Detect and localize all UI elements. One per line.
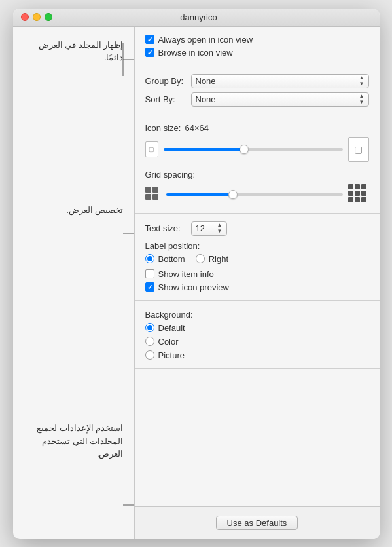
picture-label: Picture (158, 350, 185, 360)
background-label: Background: (145, 310, 193, 320)
bottom-bar: Use as Defaults (135, 506, 380, 539)
always-open-checkbox[interactable] (145, 35, 154, 44)
browse-label: Browse in icon view (158, 48, 233, 58)
background-radio-stack: Default Color Picture (145, 323, 369, 360)
text-size-select[interactable]: 12 ▲ ▼ (191, 221, 227, 236)
right-radio-row: Right (196, 254, 228, 264)
sort-by-arrows: ▲ ▼ (359, 94, 365, 105)
annotation-lines (13, 27, 134, 539)
icon-size-slider-row: ▢ ▢ (145, 137, 369, 162)
color-label: Color (158, 337, 179, 347)
text-size-value: 12 (196, 223, 205, 233)
text-size-arrows: ▲ ▼ (217, 223, 223, 235)
picture-radio-row: Picture (145, 350, 369, 360)
annotations-panel: إظهار المجلد في العرض دائمًا. تخصيص العر… (13, 27, 134, 539)
window-content: إظهار المجلد في العرض دائمًا. تخصيص العر… (13, 27, 380, 539)
color-radio-row: Color (145, 337, 369, 347)
grid-spacing-track[interactable] (166, 193, 343, 196)
icon-small-preview: ▢ (145, 141, 158, 157)
label-position-label: Label position: (145, 241, 200, 251)
icon-large-preview: ▢ (348, 137, 369, 162)
icon-size-fill (164, 148, 244, 151)
show-item-info-row: Show item info (145, 269, 369, 279)
label-position-container: Label position: Bottom Right (145, 240, 369, 264)
sort-by-value: None (196, 94, 216, 104)
default-label: Default (158, 323, 185, 333)
right-radio[interactable] (196, 254, 205, 263)
show-icon-preview-checkbox[interactable] (145, 282, 154, 292)
grid-spacing-fill (166, 193, 234, 196)
grid-spacing-label: Grid spacing: (145, 170, 196, 179)
icon-size-label: Icon size: (145, 123, 181, 133)
title-bar: dannyrico (13, 9, 380, 27)
sort-by-select[interactable]: None ▲ ▼ (191, 92, 369, 107)
icon-size-value: 64×64 (185, 123, 209, 133)
grid-small-icon (145, 187, 161, 202)
window-title: dannyrico (52, 12, 346, 22)
always-open-row: Always open in icon view (145, 35, 369, 45)
view-options-section: Always open in icon view Browse in icon … (135, 27, 380, 66)
icon-size-label-row: Icon size: 64×64 (145, 123, 369, 133)
traffic-lights (21, 13, 52, 21)
group-by-arrows: ▲ ▼ (359, 75, 365, 87)
show-item-info-checkbox[interactable] (145, 269, 154, 278)
bottom-radio-row: Bottom (145, 254, 185, 264)
group-by-value: None (196, 76, 216, 86)
color-radio[interactable] (145, 337, 154, 346)
annotation-use-settings: استخدم الإعدادات لجميع المجلدات التي تست… (22, 422, 124, 461)
always-open-label: Always open in icon view (158, 35, 253, 45)
sort-by-row: Sort By: None ▲ ▼ (145, 92, 369, 107)
group-by-row: Group By: None ▲ ▼ (145, 74, 369, 88)
icon-size-thumb[interactable] (240, 145, 249, 154)
sort-by-label: Sort By: (145, 94, 191, 104)
annotation-show-folder: إظهار المجلد في العرض دائمًا. (32, 39, 124, 64)
default-radio-row: Default (145, 323, 369, 333)
group-by-select[interactable]: None ▲ ▼ (191, 74, 369, 88)
label-position-label-row: Label position: (145, 240, 369, 252)
text-size-row: Text size: 12 ▲ ▼ (145, 221, 369, 236)
group-by-label: Group By: (145, 76, 191, 86)
bottom-label: Bottom (158, 254, 185, 264)
bottom-radio[interactable] (145, 254, 154, 263)
label-position-radio-group: Bottom Right (145, 254, 369, 264)
browse-checkbox[interactable] (145, 48, 154, 57)
icon-size-track[interactable] (164, 148, 343, 151)
picture-radio[interactable] (145, 350, 154, 360)
icon-size-container: Icon size: 64×64 ▢ ▢ (145, 123, 369, 162)
annotation-customize: تخصيص العرض. (39, 204, 124, 217)
right-label: Right (209, 254, 228, 264)
grid-spacing-slider-row (145, 184, 369, 205)
sort-section: Group By: None ▲ ▼ Sort By: None ▲ (135, 66, 380, 115)
finder-view-options-window: dannyrico إظهار المجلد في العرض دائمًا. … (13, 9, 380, 539)
grid-spacing-label-row: Grid spacing: (145, 168, 369, 180)
maximize-button[interactable] (45, 13, 52, 21)
show-item-info-label: Show item info (158, 269, 214, 279)
show-icon-preview-row: Show icon preview (145, 282, 369, 292)
text-size-label: Text size: (145, 223, 191, 233)
grid-spacing-thumb[interactable] (228, 190, 238, 199)
show-icon-preview-label: Show icon preview (158, 282, 229, 292)
grid-large-icon (348, 184, 369, 205)
close-button[interactable] (21, 13, 29, 21)
text-section: Text size: 12 ▲ ▼ Label position: (135, 214, 380, 301)
background-label-row: Background: (145, 309, 369, 320)
default-radio[interactable] (145, 323, 154, 332)
use-as-defaults-button[interactable]: Use as Defaults (216, 516, 298, 530)
grid-spacing-container: Grid spacing: (145, 168, 369, 205)
icon-size-section: Icon size: 64×64 ▢ ▢ (135, 115, 380, 214)
background-section: Background: Default Color Picture (135, 301, 380, 369)
spacer (135, 369, 380, 506)
browse-row: Browse in icon view (145, 48, 369, 58)
settings-panel: Always open in icon view Browse in icon … (134, 27, 380, 539)
minimize-button[interactable] (33, 13, 41, 21)
